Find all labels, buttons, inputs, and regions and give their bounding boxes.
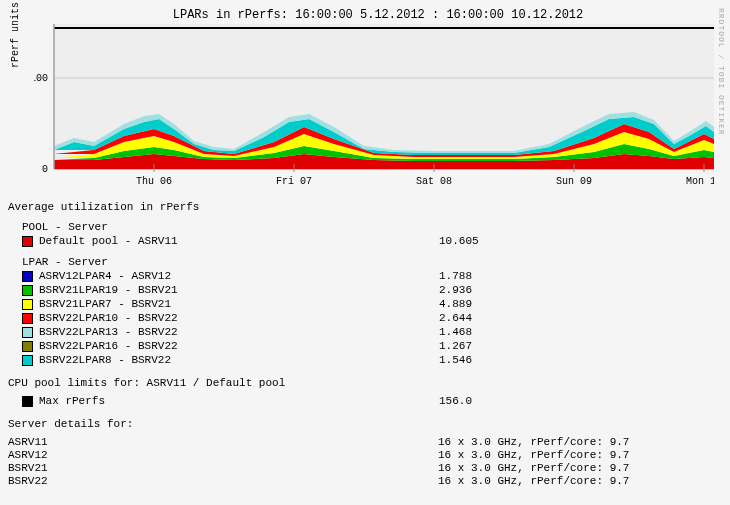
legend-swatch bbox=[22, 341, 33, 352]
legend-value: 1.546 bbox=[439, 354, 519, 367]
legend-swatch bbox=[22, 396, 33, 407]
legend-value: 4.889 bbox=[439, 298, 519, 311]
lpar-row: ASRV12LPAR4 - ASRV121.788 bbox=[22, 270, 722, 283]
y-tick: 100 bbox=[34, 73, 48, 84]
server-spec: 16 x 3.0 GHz, rPerf/core: 9.7 bbox=[438, 449, 629, 461]
y-axis-label: rPerf units bbox=[10, 2, 21, 68]
legend-value: 156.0 bbox=[439, 395, 519, 408]
legend-swatch bbox=[22, 327, 33, 338]
legend-swatch bbox=[22, 236, 33, 247]
lpar-row: BSRV22LPAR16 - BSRV221.267 bbox=[22, 340, 722, 353]
x-tick: Sun 09 bbox=[556, 176, 592, 187]
cpu-pool-row: Max rPerfs156.0 bbox=[22, 395, 722, 408]
legend-label: BSRV22LPAR8 - BSRV22 bbox=[39, 354, 439, 367]
lpar-row: BSRV22LPAR10 - BSRV222.644 bbox=[22, 312, 722, 325]
lpar-row: BSRV21LPAR19 - BSRV212.936 bbox=[22, 284, 722, 297]
legend-swatch bbox=[22, 313, 33, 324]
legend-value: 1.788 bbox=[439, 270, 519, 283]
avg-util-header: Average utilization in rPerfs bbox=[8, 201, 722, 213]
lpar-header: LPAR - Server bbox=[22, 256, 722, 268]
server-spec: 16 x 3.0 GHz, rPerf/core: 9.7 bbox=[438, 475, 629, 487]
legend-swatch bbox=[22, 355, 33, 366]
server-row: BSRV2116 x 3.0 GHz, rPerf/core: 9.7 bbox=[8, 462, 722, 474]
server-name: BSRV21 bbox=[8, 462, 438, 474]
x-tick: Fri 07 bbox=[276, 176, 312, 187]
legend-value: 2.644 bbox=[439, 312, 519, 325]
server-name: BSRV22 bbox=[8, 475, 438, 487]
legend-swatch bbox=[22, 299, 33, 310]
server-row: BSRV2216 x 3.0 GHz, rPerf/core: 9.7 bbox=[8, 475, 722, 487]
legend-label: BSRV21LPAR19 - BSRV21 bbox=[39, 284, 439, 297]
server-name: ASRV12 bbox=[8, 449, 438, 461]
server-spec: 16 x 3.0 GHz, rPerf/core: 9.7 bbox=[438, 436, 629, 448]
legend-swatch bbox=[22, 271, 33, 282]
x-tick: Sat 08 bbox=[416, 176, 452, 187]
legend-label: BSRV22LPAR13 - BSRV22 bbox=[39, 326, 439, 339]
legend-value: 1.468 bbox=[439, 326, 519, 339]
x-tick: Thu 06 bbox=[136, 176, 172, 187]
lpar-row: BSRV22LPAR13 - BSRV221.468 bbox=[22, 326, 722, 339]
chart-title: LPARs in rPerfs: 16:00:00 5.12.2012 : 16… bbox=[34, 8, 722, 22]
watermark: RRDTOOL / TOBI OETIKER bbox=[717, 8, 726, 136]
legend-label: ASRV12LPAR4 - ASRV12 bbox=[39, 270, 439, 283]
legend-value: 10.605 bbox=[439, 235, 519, 248]
y-tick: 0 bbox=[42, 164, 48, 175]
server-row: ASRV1216 x 3.0 GHz, rPerf/core: 9.7 bbox=[8, 449, 722, 461]
legend-label: BSRV22LPAR10 - BSRV22 bbox=[39, 312, 439, 325]
server-name: ASRV11 bbox=[8, 436, 438, 448]
legend-label: BSRV21LPAR7 - BSRV21 bbox=[39, 298, 439, 311]
legend-label: Max rPerfs bbox=[39, 395, 439, 408]
pool-row: Default pool - ASRV1110.605 bbox=[22, 235, 722, 248]
legend-swatch bbox=[22, 285, 33, 296]
cpu-pool-header: CPU pool limits for: ASRV11 / Default po… bbox=[8, 377, 722, 389]
legend-label: BSRV22LPAR16 - BSRV22 bbox=[39, 340, 439, 353]
chart-container: LPARs in rPerfs: 16:00:00 5.12.2012 : 16… bbox=[34, 8, 722, 189]
server-spec: 16 x 3.0 GHz, rPerf/core: 9.7 bbox=[438, 462, 629, 474]
x-tick: Mon 10 bbox=[686, 176, 714, 187]
lpar-row: BSRV21LPAR7 - BSRV214.889 bbox=[22, 298, 722, 311]
legend-label: Default pool - ASRV11 bbox=[39, 235, 439, 248]
legend-value: 2.936 bbox=[439, 284, 519, 297]
server-details-header: Server details for: bbox=[8, 418, 722, 430]
pool-header: POOL - Server bbox=[22, 221, 722, 233]
server-row: ASRV1116 x 3.0 GHz, rPerf/core: 9.7 bbox=[8, 436, 722, 448]
chart-plot: 0 100 Thu 06 Fri 07 Sat 08 Sun 09 Mon 10 bbox=[34, 24, 714, 189]
lpar-row: BSRV22LPAR8 - BSRV221.546 bbox=[22, 354, 722, 367]
legend-value: 1.267 bbox=[439, 340, 519, 353]
